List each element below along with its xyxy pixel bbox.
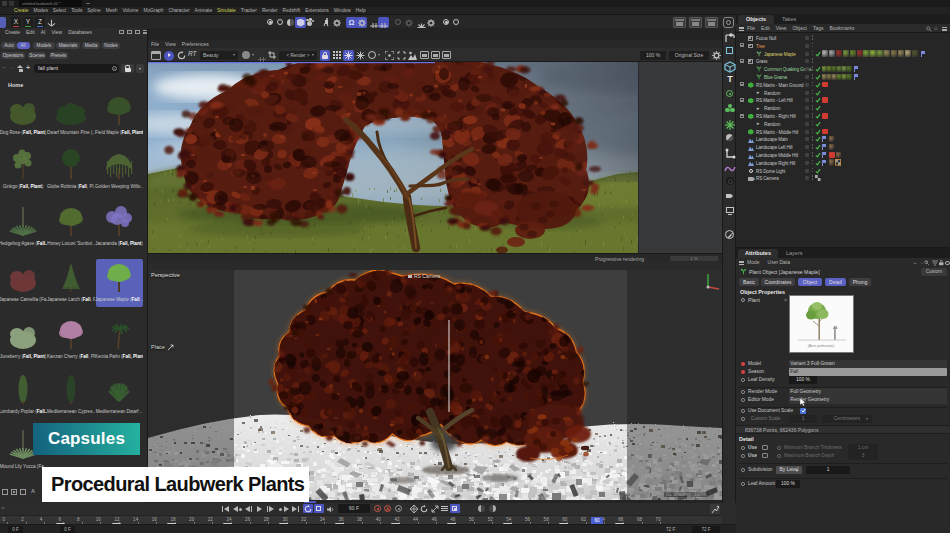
svg-text:(Acer palmatum): (Acer palmatum) (808, 344, 835, 348)
